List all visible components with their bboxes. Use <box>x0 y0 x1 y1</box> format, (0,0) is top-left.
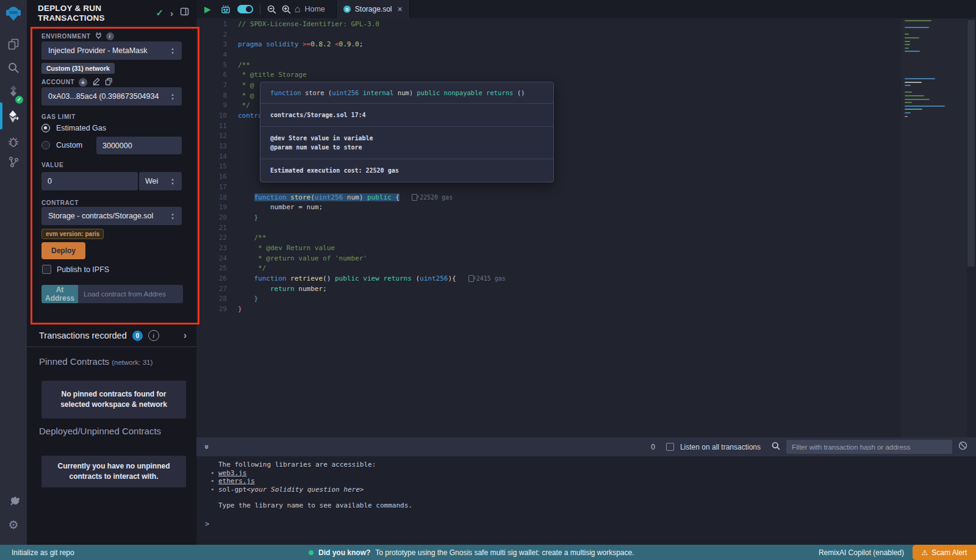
listen-transactions-checkbox[interactable] <box>666 443 674 451</box>
select-stepper-icon <box>168 91 177 102</box>
terminal[interactable]: The following libraries are accessible: … <box>196 456 976 545</box>
line-number: 20 <box>196 214 238 221</box>
terminal-collapse-icon[interactable]: » <box>203 445 212 449</box>
editor-scrollbar[interactable] <box>967 20 975 267</box>
code-line[interactable]: 21 <box>196 223 506 233</box>
zoom-in-icon[interactable] <box>282 0 291 18</box>
code-line[interactable]: 18 function store(uint256 num) public {2… <box>196 192 506 203</box>
estimated-gas-radio[interactable] <box>41 124 50 132</box>
code-line[interactable]: 23 * @dev Return value <box>196 243 506 253</box>
copy-account-icon[interactable] <box>105 77 112 87</box>
git-init-button[interactable]: Initialize as git repo <box>12 545 74 560</box>
value-input[interactable] <box>41 172 138 190</box>
code-line[interactable]: 28 } <box>196 294 506 304</box>
code-text: * @title Storage <box>238 71 307 79</box>
tooltip-docs: @dev Store value in variable@param num v… <box>260 126 553 159</box>
code-text: return number; <box>238 285 327 293</box>
copilot-toggle[interactable] <box>237 5 253 13</box>
sidebar-item-git[interactable] <box>0 151 27 172</box>
line-number: 18 <box>196 193 238 201</box>
tooltip-cost: Estimated execution cost: 22520 gas <box>260 159 553 182</box>
estimated-gas-option[interactable]: Estimated Gas <box>41 124 106 132</box>
library-name[interactable]: web3.js <box>218 469 246 478</box>
publish-ipfs-checkbox[interactable] <box>42 265 51 274</box>
panel-check-icon: ✓ <box>156 7 163 18</box>
contract-value: Storage - contracts/Storage.sol <box>48 212 168 220</box>
tab-storage-sol[interactable]: S Storage.sol × <box>336 0 410 18</box>
remix-logo-icon[interactable] <box>0 3 27 24</box>
remixai-robot-icon[interactable] <box>220 0 231 18</box>
code-line[interactable]: 29} <box>196 304 506 314</box>
account-select[interactable]: 0xA03...85ac4 (0.398673504934 <box>41 87 182 106</box>
plug-icon[interactable] <box>95 32 102 40</box>
zoom-out-icon[interactable] <box>267 0 276 18</box>
code-line[interactable]: 6 * @title Storage <box>196 70 506 80</box>
code-line[interactable]: 22 /** <box>196 232 506 243</box>
sidebar-item-solidity-compiler[interactable]: ✓ <box>0 82 27 102</box>
scam-alert-button[interactable]: ⚠ Scam Alert <box>913 545 976 560</box>
status-bar: Initialize as git repo Did you know? To … <box>0 545 976 560</box>
sidebar-item-deploy-run[interactable] <box>0 106 27 127</box>
code-line[interactable]: 19 number = num; <box>196 202 506 212</box>
minimap-line <box>905 78 935 79</box>
deploy-run-panel: Deploy & run transactions ✓ › ENVIRONMEN… <box>27 0 196 545</box>
code-line[interactable]: 3pragma solidity >=0.8.2 <0.9.0; <box>196 39 506 49</box>
panel-pin-icon[interactable] <box>180 7 189 18</box>
sidebar-item-plugin-manager[interactable] <box>0 490 27 511</box>
code-line[interactable]: 4 <box>196 49 506 60</box>
transaction-filter-input[interactable] <box>786 440 952 454</box>
code-editor[interactable]: 1// SPDX-License-Identifier: GPL-3.023pr… <box>196 18 976 437</box>
transactions-recorded-row[interactable]: Transactions recorded 0 i › <box>27 325 196 347</box>
copilot-status[interactable]: RemixAI Copilot (enabled) <box>819 545 904 560</box>
publish-ipfs-option[interactable]: Publish to IPFS <box>42 265 109 274</box>
custom-gas-input[interactable] <box>96 137 182 154</box>
code-text: } <box>238 305 242 313</box>
transactions-info-icon[interactable]: i <box>148 330 159 341</box>
custom-gas-option[interactable]: Custom <box>41 141 82 149</box>
sidebar-item-search[interactable] <box>0 57 27 78</box>
code-line[interactable]: 24 * @return value of 'number' <box>196 253 506 264</box>
code-text: /** <box>238 234 266 242</box>
code-line[interactable]: 2 <box>196 29 506 40</box>
line-number: 16 <box>196 173 238 181</box>
code-line[interactable]: 26 function retrieve() public view retur… <box>196 273 506 284</box>
custom-gas-radio[interactable] <box>41 141 50 149</box>
minimap[interactable] <box>901 18 967 437</box>
code-text: /** <box>238 61 250 69</box>
deploy-button[interactable]: Deploy <box>41 242 85 259</box>
code-line[interactable]: 27 return number; <box>196 284 506 294</box>
minimap-line <box>905 41 910 42</box>
sidebar-item-debugger[interactable] <box>0 132 27 153</box>
tab-close-icon[interactable]: × <box>398 4 403 14</box>
minimap-line <box>905 61 907 62</box>
panel-collapse-icon[interactable]: › <box>170 8 173 18</box>
sidebar-item-file-explorer[interactable] <box>0 34 27 54</box>
sidebar-item-settings[interactable]: ⚙ <box>0 514 27 535</box>
code-line[interactable]: 17 <box>196 182 506 192</box>
environment-info-icon[interactable]: i <box>106 32 114 40</box>
line-number: 24 <box>196 254 238 262</box>
terminal-prompt[interactable]: > <box>205 520 209 528</box>
home-tab[interactable]: ⌂ Home <box>295 4 325 14</box>
library-name[interactable]: ethers.js <box>218 477 255 486</box>
code-line[interactable]: 25 */ <box>196 264 506 274</box>
run-script-icon[interactable]: ▶ <box>204 0 211 18</box>
contract-select[interactable]: Storage - contracts/Storage.sol <box>41 207 182 225</box>
transactions-expand-icon[interactable]: › <box>184 330 187 341</box>
environment-select[interactable]: Injected Provider - MetaMask <box>41 41 182 60</box>
estimated-gas-label: Estimated Gas <box>56 124 106 132</box>
code-line[interactable]: 1// SPDX-License-Identifier: GPL-3.0 <box>196 19 506 29</box>
publish-ipfs-label: Publish to IPFS <box>57 265 109 274</box>
editor-tabbar: ▶ ⌂ Home S Storage.sol × <box>196 0 976 18</box>
minimap-line <box>905 34 909 35</box>
code-line[interactable]: 20 } <box>196 212 506 223</box>
at-address-input[interactable] <box>78 285 183 303</box>
code-line[interactable]: 5/** <box>196 60 506 70</box>
at-address-button[interactable]: At Address <box>41 285 78 303</box>
toolbar-separator <box>260 4 260 15</box>
clear-console-icon[interactable] <box>958 441 967 453</box>
lightbulb-icon <box>309 550 314 555</box>
add-account-icon[interactable]: + <box>79 78 87 87</box>
value-unit-select[interactable]: Wei <box>139 172 182 190</box>
sign-message-icon[interactable] <box>92 77 100 87</box>
